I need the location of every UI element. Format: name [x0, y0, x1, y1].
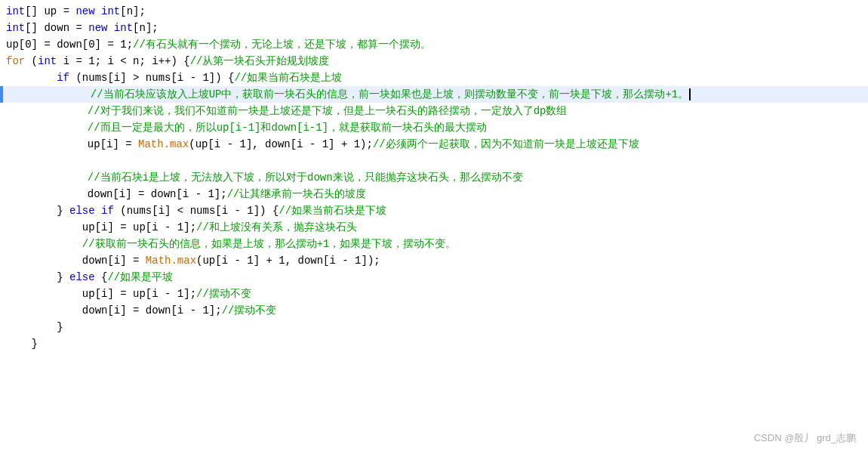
type-keyword2: int	[101, 5, 120, 17]
if2-keyword: if	[101, 205, 114, 217]
type-keyword2: int	[114, 22, 133, 34]
text: [] down =	[25, 22, 88, 34]
code-line-14: //获取前一块石头的信息，如果是上坡，那么摆动+1，如果是下坡，摆动不变。	[0, 236, 868, 252]
line-20-content: }	[0, 335, 868, 352]
line-1-content: int[] up = new int[n];	[0, 3, 868, 20]
code-line-8: //而且一定是最大的，所以up[i-1]和down[i-1]，就是获取前一块石头…	[0, 119, 868, 136]
line-8-content: //而且一定是最大的，所以up[i-1]和down[i-1]，就是获取前一块石头…	[0, 119, 868, 136]
code-line-11: down[i] = down[i - 1];//让其继承前一块石头的坡度	[0, 186, 868, 202]
comment-14: //获取前一块石头的信息，如果是上坡，那么摆动+1，如果是下坡，摆动不变。	[82, 238, 457, 250]
text: up[i] = up[i - 1];	[82, 221, 196, 233]
comment-18: //摆动不变	[222, 304, 277, 317]
text	[95, 5, 101, 17]
line-12-content: } else if (nums[i] < nums[i - 1]) {//如果当…	[0, 202, 868, 219]
line-10-content: //当前石块i是上坡，无法放入下坡，所以对于down来说，只能抛弃这块石头，那么…	[0, 169, 868, 186]
text: (up[i - 1] + 1, down[i - 1]);	[196, 255, 380, 267]
type-keyword: int	[6, 5, 25, 17]
line-16-content: } else {//如果是平坡	[0, 269, 868, 286]
line-17-content: up[i] = up[i - 1];//摆动不变	[0, 286, 868, 302]
text: down[i] = down[i - 1];	[82, 304, 222, 317]
code-line-blank1	[0, 153, 868, 169]
indent	[6, 271, 57, 283]
indent	[6, 188, 82, 200]
blank1	[0, 153, 868, 169]
int-keyword: int	[38, 55, 57, 67]
line-2-content: int[] down = new int[n];	[0, 20, 868, 36]
line-9-content: up[i] = Math.max(up[i - 1], down[i - 1] …	[0, 136, 868, 153]
code-line-17: up[i] = up[i - 1];//摆动不变	[0, 286, 868, 302]
new-keyword: new	[88, 22, 107, 34]
line-3-content: up[0] = down[0] = 1;//有石头就有一个摆动，无论上坡，还是下…	[0, 36, 868, 53]
text	[107, 22, 113, 34]
indent	[6, 255, 82, 267]
comment-5: //如果当前石块是上坡	[234, 72, 342, 84]
text: (nums[i] < nums[i - 1]) {	[114, 205, 279, 217]
code-line-1: int[] up = new int[n];	[0, 3, 868, 20]
text: down[i] = down[i - 1];	[88, 188, 227, 200]
code-line-9: up[i] = Math.max(up[i - 1], down[i - 1] …	[0, 136, 868, 153]
code-line-10: //当前石块i是上坡，无法放入下坡，所以对于down来说，只能抛弃这块石头，那么…	[0, 169, 868, 186]
text: [] up =	[25, 5, 75, 17]
indent	[6, 221, 82, 233]
text: (up[i - 1], down[i - 1] + 1);	[189, 138, 373, 150]
code-line-6: //当前石块应该放入上坡UP中，获取前一块石头的信息，前一块如果也是上坡，则摆动…	[0, 86, 868, 103]
text: }	[57, 321, 63, 333]
comment-7: //对于我们来说，我们不知道前一块是上坡还是下坡，但是上一块石头的路径摆动，一定…	[88, 105, 568, 117]
else2-keyword: else	[69, 271, 95, 283]
for-keyword: for	[6, 55, 25, 67]
if-keyword: if	[57, 72, 69, 84]
indent	[9, 88, 85, 100]
line-11-content: down[i] = down[i - 1];//让其继承前一块石头的坡度	[0, 186, 868, 202]
indent	[6, 321, 57, 333]
code-line-2: int[] down = new int[n];	[0, 20, 868, 36]
comment-11: //让其继承前一块石头的坡度	[227, 188, 367, 200]
indent	[6, 105, 82, 117]
text: [n];	[133, 22, 159, 34]
indent	[6, 338, 32, 350]
comment-12: //如果当前石块是下坡	[279, 205, 386, 217]
indent	[6, 238, 82, 250]
line-6-content: //当前石块应该放入上坡UP中，获取前一块石头的信息，前一块如果也是上坡，则摆动…	[3, 86, 868, 103]
code-line-5: if (nums[i] > nums[i - 1]) {//如果当前石块是上坡	[0, 70, 868, 86]
text: up[i] = up[i - 1];	[82, 288, 196, 300]
comment-17: //摆动不变	[196, 288, 251, 300]
text: (nums[i] > nums[i - 1]) {	[69, 72, 234, 84]
line-5-content: if (nums[i] > nums[i - 1]) {//如果当前石块是上坡	[0, 70, 868, 86]
code-line-3: up[0] = down[0] = 1;//有石头就有一个摆动，无论上坡，还是下…	[0, 36, 868, 53]
text: [n];	[120, 5, 146, 17]
watermark: CSDN @殷丿 grd_志鹏	[754, 431, 856, 445]
indent	[6, 304, 82, 317]
code-line-7: //对于我们来说，我们不知道前一块是上坡还是下坡，但是上一块石头的路径摆动，一定…	[0, 103, 868, 119]
code-line-18: down[i] = down[i - 1];//摆动不变	[0, 302, 868, 319]
line-15-content: down[i] = Math.max(up[i - 1] + 1, down[i…	[0, 252, 868, 269]
code-line-13: up[i] = up[i - 1];//和上坡没有关系，抛弃这块石头	[0, 219, 868, 236]
comment-6: //当前石块应该放入上坡UP中，获取前一块石头的信息，前一块如果也是上坡，则摆动…	[91, 88, 688, 100]
code-line-19: }	[0, 319, 868, 335]
comment-4: //从第一块石头开始规划坡度	[190, 55, 330, 67]
text: {	[95, 271, 108, 283]
math-fn2: Math.max	[146, 255, 196, 267]
text: i = 1; i < n; i++) {	[57, 55, 189, 67]
text	[95, 205, 101, 217]
math-fn: Math.max	[138, 138, 189, 150]
text-cursor	[689, 88, 691, 100]
comment-8: //而且一定是最大的，所以up[i-1]和down[i-1]，就是获取前一块石头…	[88, 122, 487, 134]
type-keyword: int	[6, 22, 25, 34]
text: }	[57, 205, 69, 217]
code-line-20: }	[0, 335, 868, 352]
indent	[6, 72, 57, 84]
code-line-16: } else {//如果是平坡	[0, 269, 868, 286]
new-keyword: new	[75, 5, 94, 17]
indent	[6, 122, 82, 134]
indent	[6, 205, 57, 217]
text: up[i] =	[88, 138, 138, 150]
line-4-content: for (int i = 1; i < n; i++) {//从第一块石头开始规…	[0, 53, 868, 70]
text: }	[32, 338, 38, 350]
code-line-15: down[i] = Math.max(up[i - 1] + 1, down[i…	[0, 252, 868, 269]
indent	[6, 288, 82, 300]
text: down[i] =	[82, 255, 146, 267]
line-19-content: }	[0, 319, 868, 335]
line-18-content: down[i] = down[i - 1];//摆动不变	[0, 302, 868, 319]
comment-16: //如果是平坡	[107, 271, 173, 283]
text: }	[57, 271, 69, 283]
